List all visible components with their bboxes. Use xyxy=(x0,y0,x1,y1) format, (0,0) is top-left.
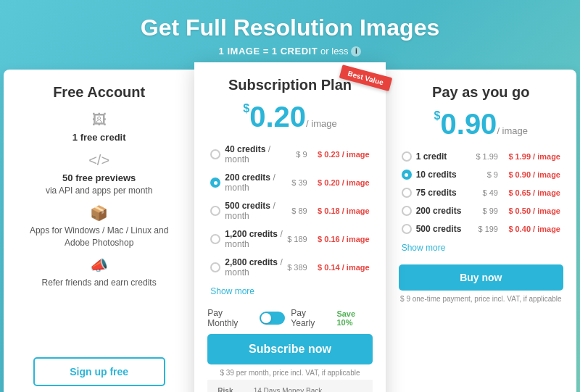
image-icon: 🖼 xyxy=(72,109,126,130)
sub-option-4[interactable]: 2,800 credits / month $ 389 $ 0.14 / ima… xyxy=(207,254,372,280)
paygo-option-4[interactable]: 500 credits $ 199 $ 0.40 / image xyxy=(399,221,563,237)
page-title: Get Full Resolution Images xyxy=(141,14,440,41)
sub-radio-4[interactable] xyxy=(210,262,220,272)
refer-feature: 📣 Refer friends and earn credits xyxy=(42,255,157,289)
signup-button[interactable]: Sign up free xyxy=(33,357,165,386)
paygo-card: Pay as you go $0.90/ image 1 credit $ 1.… xyxy=(386,70,576,392)
subscription-card: Best Value Subscription Plan $0.20/ imag… xyxy=(194,62,385,392)
buy-button[interactable]: Buy now xyxy=(399,264,563,291)
pricing-cards: Free Account 🖼 1 free credit </> 50 free… xyxy=(4,70,576,392)
paygo-radio-4[interactable] xyxy=(402,224,412,234)
sub-radio-3[interactable] xyxy=(210,234,220,244)
toggle-row: Pay Monthly Pay Yearly Save 10% xyxy=(207,308,372,328)
paygo-options: 1 credit $ 1.99 $ 1.99 / image 10 credit… xyxy=(399,149,563,237)
toggle-knob xyxy=(261,313,271,323)
free-credit-feature: 🖼 1 free credit xyxy=(72,109,126,144)
code-icon: </> xyxy=(46,150,152,170)
sub-options: 40 credits / month $ 9 $ 0.23 / image 20… xyxy=(207,141,372,280)
paygo-radio-3[interactable] xyxy=(402,206,412,216)
free-preview-feature: </> 50 free previews via API and apps pe… xyxy=(46,150,152,197)
free-features: 🖼 1 free credit </> 50 free previews via… xyxy=(17,109,181,347)
refer-icon: 📣 xyxy=(42,255,157,275)
apps-icon: 📦 xyxy=(17,203,181,223)
paygo-option-1[interactable]: 10 credits $ 9 $ 0.90 / image xyxy=(399,167,563,183)
page-header: Get Full Resolution Images 1 IMAGE = 1 C… xyxy=(141,14,440,57)
sub-radio-1[interactable] xyxy=(210,178,220,188)
billing-toggle[interactable] xyxy=(260,312,285,325)
sub-radio-0[interactable] xyxy=(210,149,220,159)
paygo-radio-0[interactable] xyxy=(402,151,412,162)
info-icon[interactable]: i xyxy=(351,46,361,57)
sub-footer: Risk free: 14 Days Money Back Guarantee … xyxy=(207,380,372,392)
sub-price: $0.20/ image xyxy=(207,102,372,131)
sub-option-1[interactable]: 200 credits / month $ 39 $ 0.20 / image xyxy=(207,170,372,196)
paygo-radio-2[interactable] xyxy=(402,188,412,198)
paygo-option-0[interactable]: 1 credit $ 1.99 $ 1.99 / image xyxy=(399,149,563,164)
sub-show-more[interactable]: Show more xyxy=(207,286,372,296)
free-card-title: Free Account xyxy=(17,84,181,101)
free-card: Free Account 🖼 1 free credit </> 50 free… xyxy=(4,70,194,392)
paygo-show-more[interactable]: Show more xyxy=(399,243,563,253)
paygo-option-3[interactable]: 200 credits $ 99 $ 0.50 / image xyxy=(399,203,563,219)
sub-option-0[interactable]: 40 credits / month $ 9 $ 0.23 / image xyxy=(207,141,372,167)
paygo-radio-1[interactable] xyxy=(402,170,412,180)
sub-option-2[interactable]: 500 credits / month $ 89 $ 0.18 / image xyxy=(207,198,372,224)
subtitle: 1 IMAGE = 1 CREDIT or less i xyxy=(141,46,440,57)
paygo-price: $0.90/ image xyxy=(399,109,563,138)
paygo-option-2[interactable]: 75 credits $ 49 $ 0.65 / image xyxy=(399,185,563,201)
subscribe-button[interactable]: Subscribe now xyxy=(207,334,372,364)
apps-feature: 📦 Apps for Windows / Mac / Linux and Ado… xyxy=(17,203,181,249)
sub-option-3[interactable]: 1,200 credits / month $ 189 $ 0.16 / ima… xyxy=(207,226,372,252)
sub-radio-2[interactable] xyxy=(210,206,220,216)
paygo-card-title: Pay as you go xyxy=(399,84,563,101)
